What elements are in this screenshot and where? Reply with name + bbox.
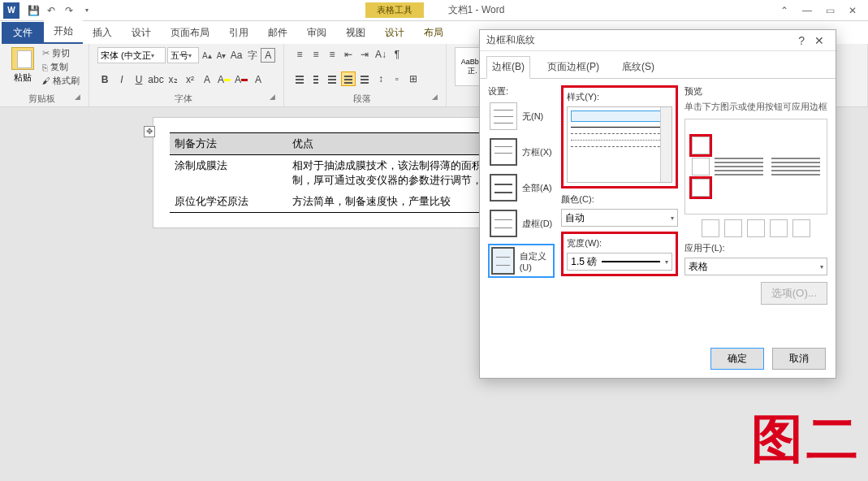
setting-grid-icon: [490, 210, 517, 237]
qat-save-icon[interactable]: 💾: [26, 3, 41, 18]
font-name-select[interactable]: 宋体 (中文正▾: [97, 47, 166, 63]
paste-label: 粘贴: [14, 72, 32, 84]
dialog-help-icon[interactable]: ?: [793, 34, 810, 47]
style-list-scrollbar[interactable]: [660, 107, 672, 182]
underline-button[interactable]: U: [132, 72, 146, 87]
increase-indent-button[interactable]: ⇥: [357, 47, 372, 62]
paragraph-dialog-launcher-icon[interactable]: ◢: [432, 93, 438, 101]
numbering-button[interactable]: ≡: [309, 47, 323, 62]
paste-icon: [11, 47, 34, 70]
dialog-tab-shading[interactable]: 底纹(S): [616, 56, 660, 78]
apply-to-heading: 应用于(L):: [684, 242, 827, 254]
table-cell[interactable]: 原位化学还原法: [170, 191, 287, 213]
paste-button[interactable]: 粘贴: [8, 47, 37, 87]
figure-label: 图二: [751, 404, 862, 474]
preview-bottom-border-button[interactable]: [692, 179, 710, 197]
qat-undo-icon[interactable]: ↶: [44, 3, 58, 18]
qat-more-icon[interactable]: ▾: [80, 3, 94, 18]
preview-left-border-button[interactable]: [724, 219, 742, 237]
window-maximize-icon[interactable]: ▭: [821, 3, 839, 18]
decrease-font-icon[interactable]: A▾: [215, 51, 228, 60]
clipboard-dialog-launcher-icon[interactable]: ◢: [75, 93, 80, 101]
text-effects-button[interactable]: A: [200, 72, 214, 87]
sort-button[interactable]: A↓: [374, 47, 388, 62]
tab-insert[interactable]: 插入: [83, 22, 122, 44]
shading-button[interactable]: ▫: [390, 72, 404, 86]
tab-mailings[interactable]: 邮件: [258, 22, 297, 44]
char-shading-button[interactable]: A: [251, 72, 266, 87]
setting-custom[interactable]: 自定义(U): [488, 244, 555, 278]
multilevel-button[interactable]: ≡: [325, 47, 339, 62]
options-button: 选项(O)...: [761, 282, 827, 305]
preview-diag-down-button[interactable]: [702, 219, 719, 237]
tab-view[interactable]: 视图: [336, 22, 375, 44]
font-size-select[interactable]: 五号▾: [167, 47, 199, 63]
line-spacing-button[interactable]: ↕: [374, 72, 388, 86]
font-group-label: 字体: [175, 93, 192, 103]
phonetic-guide-button[interactable]: 字: [245, 48, 260, 63]
align-right-button[interactable]: [325, 72, 339, 86]
preview-top-border-button[interactable]: [692, 136, 710, 154]
border-width-select[interactable]: 1.5 磅 ▾: [567, 253, 672, 271]
table-header-cell[interactable]: 制备方法: [170, 133, 287, 155]
char-border-button[interactable]: A: [261, 48, 275, 63]
width-preview-line: [602, 261, 660, 262]
tab-table-design[interactable]: 设计: [375, 22, 414, 44]
align-justify-button[interactable]: [341, 72, 356, 86]
tab-references[interactable]: 引用: [219, 22, 258, 44]
ok-button[interactable]: 确定: [710, 348, 764, 370]
cancel-button[interactable]: 取消: [772, 348, 826, 370]
tab-review[interactable]: 审阅: [297, 22, 336, 44]
border-color-select[interactable]: 自动▾: [561, 209, 678, 227]
tab-table-layout[interactable]: 布局: [414, 22, 453, 44]
paragraph-group-label: 段落: [353, 93, 371, 103]
table-cell[interactable]: 涂制成膜法: [170, 155, 287, 192]
copy-button[interactable]: 复制: [42, 61, 80, 73]
table-move-handle-icon[interactable]: ✥: [144, 126, 155, 137]
align-center-button[interactable]: [309, 72, 323, 86]
show-marks-button[interactable]: ¶: [390, 47, 404, 62]
font-color-button[interactable]: A: [234, 72, 248, 87]
borders-button[interactable]: ⊞: [406, 72, 421, 86]
italic-button[interactable]: I: [114, 72, 129, 87]
cut-button[interactable]: 剪切: [42, 47, 80, 59]
dialog-tab-page-border[interactable]: 页面边框(P): [542, 56, 605, 78]
tab-page-layout[interactable]: 页面布局: [161, 22, 219, 44]
superscript-button[interactable]: x²: [183, 72, 197, 87]
increase-font-icon[interactable]: A▴: [201, 51, 214, 60]
dialog-close-icon[interactable]: ✕: [810, 34, 829, 47]
bullets-button[interactable]: ≡: [292, 47, 307, 62]
preview-inner-h-button[interactable]: [692, 158, 710, 176]
format-painter-button[interactable]: 格式刷: [42, 75, 80, 87]
setting-none-icon: [490, 102, 517, 130]
setting-all[interactable]: 全部(A): [488, 172, 555, 203]
dialog-tab-borders[interactable]: 边框(B): [486, 56, 530, 79]
preview-diag-up-button[interactable]: [792, 219, 810, 237]
ribbon-collapse-icon[interactable]: ⌃: [775, 3, 793, 18]
bold-button[interactable]: B: [97, 72, 112, 87]
decrease-indent-button[interactable]: ⇤: [341, 47, 356, 62]
contextual-tab-label: 表格工具: [365, 2, 424, 18]
setting-none[interactable]: 无(N): [488, 101, 555, 132]
subscript-button[interactable]: x₂: [166, 72, 180, 87]
apply-to-select[interactable]: 表格▾: [684, 258, 827, 275]
preview-right-border-button[interactable]: [770, 219, 788, 237]
setting-grid[interactable]: 虚框(D): [488, 208, 555, 239]
setting-box[interactable]: 方框(X): [488, 136, 555, 167]
border-style-list[interactable]: [567, 106, 672, 183]
change-case-button[interactable]: Aa: [229, 48, 244, 63]
distributed-button[interactable]: [357, 72, 372, 86]
highlight-color-button[interactable]: A: [217, 72, 231, 87]
align-left-button[interactable]: [292, 72, 307, 86]
tab-home[interactable]: 开始: [44, 20, 83, 44]
tab-design[interactable]: 设计: [122, 22, 161, 44]
strikethrough-button[interactable]: abc: [149, 72, 163, 87]
tab-file[interactable]: 文件: [2, 22, 44, 44]
border-preview: [684, 119, 827, 214]
qat-redo-icon[interactable]: ↷: [62, 3, 76, 18]
width-heading: 宽度(W):: [567, 237, 672, 249]
window-close-icon[interactable]: ✕: [844, 3, 862, 18]
window-minimize-icon[interactable]: —: [798, 3, 816, 18]
font-dialog-launcher-icon[interactable]: ◢: [270, 93, 275, 101]
preview-inner-v-button[interactable]: [747, 219, 765, 237]
